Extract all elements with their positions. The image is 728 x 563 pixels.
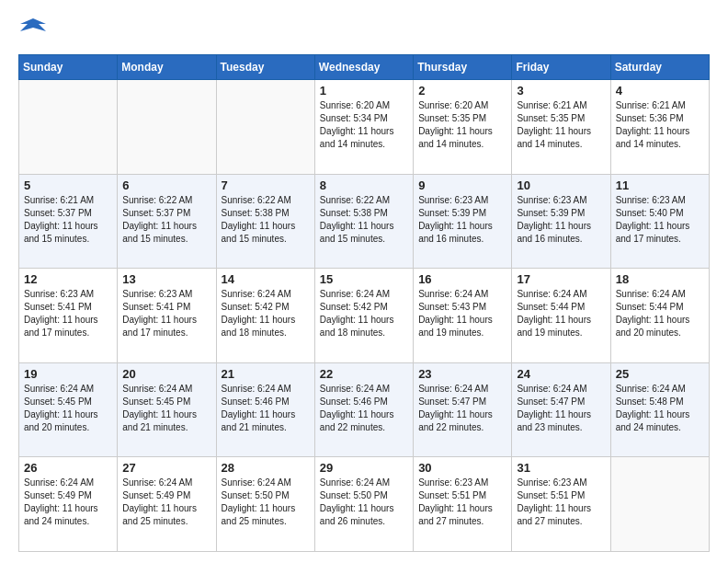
- day-number: 30: [418, 461, 506, 475]
- calendar-week-row: 1Sunrise: 6:20 AM Sunset: 5:34 PM Daylig…: [19, 80, 710, 175]
- calendar-week-row: 12Sunrise: 6:23 AM Sunset: 5:41 PM Dayli…: [19, 269, 710, 363]
- calendar-cell: [118, 80, 216, 175]
- calendar-cell: 6Sunrise: 6:22 AM Sunset: 5:37 PM Daylig…: [118, 174, 216, 269]
- calendar-cell: [610, 457, 709, 552]
- logo-text: [18, 15, 46, 45]
- day-number: 3: [517, 84, 605, 98]
- weekday-header-wednesday: Wednesday: [314, 55, 413, 80]
- day-number: 31: [517, 461, 605, 475]
- calendar-cell: 11Sunrise: 6:23 AM Sunset: 5:40 PM Dayli…: [610, 174, 709, 269]
- day-number: 4: [616, 84, 704, 98]
- day-number: 23: [418, 367, 506, 381]
- weekday-header-friday: Friday: [512, 55, 610, 80]
- day-info: Sunrise: 6:24 AM Sunset: 5:45 PM Dayligh…: [24, 383, 112, 434]
- calendar-cell: 19Sunrise: 6:24 AM Sunset: 5:45 PM Dayli…: [19, 362, 118, 457]
- day-info: Sunrise: 6:24 AM Sunset: 5:44 PM Dayligh…: [616, 288, 704, 339]
- calendar-cell: 31Sunrise: 6:23 AM Sunset: 5:51 PM Dayli…: [512, 457, 610, 552]
- day-number: 7: [222, 178, 310, 192]
- day-number: 2: [418, 84, 506, 98]
- day-number: 12: [24, 272, 112, 286]
- day-info: Sunrise: 6:23 AM Sunset: 5:39 PM Dayligh…: [517, 194, 605, 246]
- day-number: 19: [24, 367, 112, 381]
- weekday-header-saturday: Saturday: [610, 55, 709, 80]
- day-info: Sunrise: 6:24 AM Sunset: 5:44 PM Dayligh…: [517, 288, 605, 339]
- calendar-cell: 17Sunrise: 6:24 AM Sunset: 5:44 PM Dayli…: [512, 269, 610, 363]
- calendar-cell: 20Sunrise: 6:24 AM Sunset: 5:45 PM Dayli…: [118, 362, 216, 457]
- page: SundayMondayTuesdayWednesdayThursdayFrid…: [0, 0, 728, 563]
- day-number: 18: [616, 272, 704, 286]
- day-info: Sunrise: 6:22 AM Sunset: 5:37 PM Dayligh…: [122, 194, 210, 246]
- day-info: Sunrise: 6:23 AM Sunset: 5:41 PM Dayligh…: [122, 288, 210, 339]
- calendar-week-row: 26Sunrise: 6:24 AM Sunset: 5:49 PM Dayli…: [19, 457, 710, 552]
- day-info: Sunrise: 6:23 AM Sunset: 5:39 PM Dayligh…: [418, 194, 506, 246]
- calendar-cell: 28Sunrise: 6:24 AM Sunset: 5:50 PM Dayli…: [216, 457, 314, 552]
- day-info: Sunrise: 6:20 AM Sunset: 5:35 PM Dayligh…: [418, 99, 506, 151]
- day-number: 24: [517, 367, 605, 381]
- day-info: Sunrise: 6:24 AM Sunset: 5:47 PM Dayligh…: [517, 383, 605, 434]
- day-info: Sunrise: 6:24 AM Sunset: 5:42 PM Dayligh…: [320, 288, 408, 339]
- calendar-cell: 3Sunrise: 6:21 AM Sunset: 5:35 PM Daylig…: [512, 80, 610, 175]
- svg-marker-0: [20, 18, 46, 31]
- calendar-cell: [216, 80, 314, 175]
- calendar-cell: 21Sunrise: 6:24 AM Sunset: 5:46 PM Dayli…: [216, 362, 314, 457]
- weekday-header-row: SundayMondayTuesdayWednesdayThursdayFrid…: [19, 55, 710, 80]
- calendar-cell: 25Sunrise: 6:24 AM Sunset: 5:48 PM Dayli…: [610, 362, 709, 457]
- day-number: 14: [222, 272, 310, 286]
- day-info: Sunrise: 6:24 AM Sunset: 5:49 PM Dayligh…: [122, 477, 210, 528]
- day-number: 17: [517, 272, 605, 286]
- day-number: 28: [222, 461, 310, 475]
- calendar-cell: 2Sunrise: 6:20 AM Sunset: 5:35 PM Daylig…: [414, 80, 512, 175]
- calendar-cell: 14Sunrise: 6:24 AM Sunset: 5:42 PM Dayli…: [216, 269, 314, 363]
- day-number: 15: [320, 272, 408, 286]
- calendar-table: SundayMondayTuesdayWednesdayThursdayFrid…: [18, 54, 710, 552]
- day-number: 10: [517, 178, 605, 192]
- calendar-week-row: 5Sunrise: 6:21 AM Sunset: 5:37 PM Daylig…: [19, 174, 710, 269]
- day-number: 9: [418, 178, 506, 192]
- calendar-cell: 29Sunrise: 6:24 AM Sunset: 5:50 PM Dayli…: [314, 457, 413, 552]
- day-info: Sunrise: 6:24 AM Sunset: 5:45 PM Dayligh…: [122, 383, 210, 434]
- calendar-cell: 4Sunrise: 6:21 AM Sunset: 5:36 PM Daylig…: [610, 80, 709, 175]
- calendar-cell: 13Sunrise: 6:23 AM Sunset: 5:41 PM Dayli…: [118, 269, 216, 363]
- calendar-cell: 7Sunrise: 6:22 AM Sunset: 5:38 PM Daylig…: [216, 174, 314, 269]
- day-info: Sunrise: 6:20 AM Sunset: 5:34 PM Dayligh…: [320, 99, 408, 151]
- header: [18, 15, 710, 45]
- logo-bird-icon: [20, 15, 46, 40]
- calendar-cell: 24Sunrise: 6:24 AM Sunset: 5:47 PM Dayli…: [512, 362, 610, 457]
- calendar-cell: [19, 80, 118, 175]
- calendar-cell: 22Sunrise: 6:24 AM Sunset: 5:46 PM Dayli…: [314, 362, 413, 457]
- day-info: Sunrise: 6:24 AM Sunset: 5:42 PM Dayligh…: [222, 288, 310, 339]
- calendar-cell: 15Sunrise: 6:24 AM Sunset: 5:42 PM Dayli…: [314, 269, 413, 363]
- day-number: 13: [122, 272, 210, 286]
- day-info: Sunrise: 6:24 AM Sunset: 5:50 PM Dayligh…: [320, 477, 408, 528]
- calendar-cell: 18Sunrise: 6:24 AM Sunset: 5:44 PM Dayli…: [610, 269, 709, 363]
- calendar-cell: 5Sunrise: 6:21 AM Sunset: 5:37 PM Daylig…: [19, 174, 118, 269]
- day-number: 6: [122, 178, 210, 192]
- calendar-cell: 30Sunrise: 6:23 AM Sunset: 5:51 PM Dayli…: [414, 457, 512, 552]
- day-info: Sunrise: 6:23 AM Sunset: 5:51 PM Dayligh…: [517, 477, 605, 528]
- day-info: Sunrise: 6:24 AM Sunset: 5:46 PM Dayligh…: [320, 383, 408, 434]
- calendar-cell: 16Sunrise: 6:24 AM Sunset: 5:43 PM Dayli…: [414, 269, 512, 363]
- day-info: Sunrise: 6:23 AM Sunset: 5:51 PM Dayligh…: [418, 477, 506, 528]
- calendar-cell: 26Sunrise: 6:24 AM Sunset: 5:49 PM Dayli…: [19, 457, 118, 552]
- day-info: Sunrise: 6:24 AM Sunset: 5:43 PM Dayligh…: [418, 288, 506, 339]
- day-info: Sunrise: 6:21 AM Sunset: 5:36 PM Dayligh…: [616, 99, 704, 151]
- day-info: Sunrise: 6:24 AM Sunset: 5:46 PM Dayligh…: [222, 383, 310, 434]
- day-info: Sunrise: 6:24 AM Sunset: 5:50 PM Dayligh…: [222, 477, 310, 528]
- weekday-header-tuesday: Tuesday: [216, 55, 314, 80]
- day-info: Sunrise: 6:23 AM Sunset: 5:40 PM Dayligh…: [616, 194, 704, 246]
- day-info: Sunrise: 6:22 AM Sunset: 5:38 PM Dayligh…: [320, 194, 408, 246]
- day-number: 27: [122, 461, 210, 475]
- day-number: 22: [320, 367, 408, 381]
- day-info: Sunrise: 6:24 AM Sunset: 5:49 PM Dayligh…: [24, 477, 112, 528]
- calendar-cell: 8Sunrise: 6:22 AM Sunset: 5:38 PM Daylig…: [314, 174, 413, 269]
- weekday-header-sunday: Sunday: [19, 55, 118, 80]
- day-info: Sunrise: 6:21 AM Sunset: 5:37 PM Dayligh…: [24, 194, 112, 246]
- day-number: 25: [616, 367, 704, 381]
- calendar-cell: 10Sunrise: 6:23 AM Sunset: 5:39 PM Dayli…: [512, 174, 610, 269]
- day-number: 11: [616, 178, 704, 192]
- day-number: 29: [320, 461, 408, 475]
- calendar-week-row: 19Sunrise: 6:24 AM Sunset: 5:45 PM Dayli…: [19, 362, 710, 457]
- calendar-cell: 1Sunrise: 6:20 AM Sunset: 5:34 PM Daylig…: [314, 80, 413, 175]
- weekday-header-thursday: Thursday: [414, 55, 512, 80]
- day-info: Sunrise: 6:24 AM Sunset: 5:48 PM Dayligh…: [616, 383, 704, 434]
